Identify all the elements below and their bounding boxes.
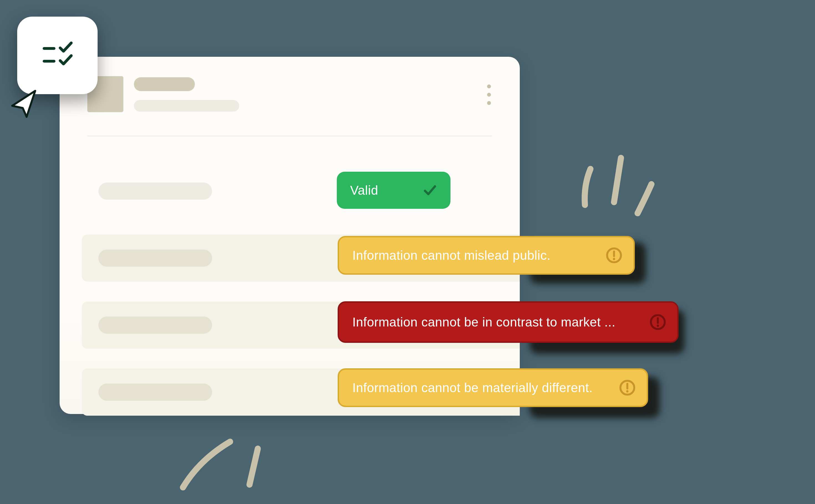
card-header [87,76,492,112]
svg-line-0 [614,158,621,202]
row-label-placeholder [98,384,212,401]
subtitle-placeholder [134,100,239,112]
alert-circle-icon [606,247,622,264]
record-card [60,57,520,414]
status-badge-warning[interactable]: Information cannot be materially differe… [338,368,648,407]
badge-label: Valid [350,183,392,198]
status-badge-error[interactable]: Information cannot be in contrast to mar… [338,301,679,343]
more-menu-button[interactable] [487,76,492,105]
row-label-placeholder [98,250,212,267]
status-badge-valid[interactable]: Valid [337,172,450,209]
row-label-placeholder [98,182,212,200]
more-vertical-icon [487,84,491,88]
row-label-placeholder [98,317,212,334]
title-placeholder [134,77,195,91]
list-row [82,168,520,215]
spark-top-right [568,141,657,219]
title-column [134,76,476,112]
check-icon [423,183,437,197]
svg-line-1 [250,449,258,485]
checklist-icon [41,40,74,71]
header-divider [87,136,492,136]
checklist-widget[interactable] [17,17,97,94]
alert-circle-icon [650,314,666,330]
spark-bottom [172,426,272,493]
badge-label: Information cannot be materially differe… [352,380,608,395]
alert-circle-icon [619,379,636,396]
cursor-icon [9,89,39,119]
badge-label: Information cannot be in contrast to mar… [352,315,636,330]
badge-label: Information cannot mislead public. [352,248,594,263]
status-badge-warning[interactable]: Information cannot mislead public. [338,236,635,275]
